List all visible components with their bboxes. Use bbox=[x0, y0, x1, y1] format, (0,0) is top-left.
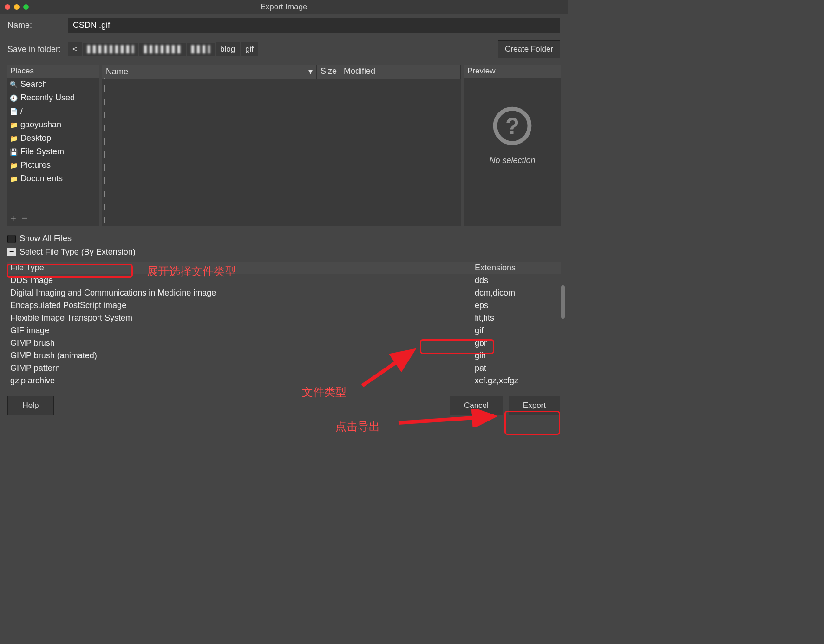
select-file-type-expander[interactable]: − Select File Type (By Extension) bbox=[7, 245, 560, 259]
file-type-ext[interactable]: dcm,dicom bbox=[471, 287, 561, 299]
titlebar: Export Image bbox=[0, 0, 568, 14]
window-title: Export Image bbox=[260, 2, 307, 12]
maximize-icon[interactable] bbox=[23, 4, 29, 10]
no-selection-label: No selection bbox=[489, 156, 535, 165]
file-type-ext[interactable]: eps bbox=[471, 299, 561, 312]
breadcrumb-item[interactable] bbox=[83, 43, 138, 56]
drive-icon: 💾 bbox=[9, 148, 18, 156]
places-panel: Places 🔍Search🕘Recently Used📄/📁gaoyushan… bbox=[7, 65, 99, 226]
file-type-row[interactable]: Digital Imaging and Communications in Me… bbox=[7, 287, 471, 299]
svg-text:?: ? bbox=[505, 113, 519, 139]
folder-icon: 📁 bbox=[9, 161, 18, 170]
places-item[interactable]: 📁gaoyushan bbox=[7, 118, 99, 131]
checkbox-icon bbox=[7, 235, 16, 243]
obscured-text bbox=[87, 45, 134, 53]
places-item[interactable]: 🕘Recently Used bbox=[7, 91, 99, 105]
file-type-ext[interactable]: gbr bbox=[471, 337, 561, 349]
places-item[interactable]: 📄/ bbox=[7, 105, 99, 118]
column-size[interactable]: Size bbox=[317, 65, 340, 79]
places-item[interactable]: 📁Desktop bbox=[7, 131, 99, 145]
remove-place-icon[interactable]: − bbox=[22, 212, 28, 224]
breadcrumb-item[interactable]: gif bbox=[241, 42, 258, 56]
file-type-ext[interactable]: pat bbox=[471, 362, 561, 375]
folder-icon: 📁 bbox=[9, 121, 18, 129]
close-icon[interactable] bbox=[5, 4, 10, 10]
cancel-button[interactable]: Cancel bbox=[450, 396, 503, 415]
file-icon: 📄 bbox=[9, 107, 18, 116]
file-type-table: File Type DDS imageDigital Imaging and C… bbox=[7, 262, 561, 389]
places-item[interactable]: 📁Documents bbox=[7, 172, 99, 185]
file-type-ext[interactable]: fit,fits bbox=[471, 312, 561, 324]
places-item[interactable]: 🔍Search bbox=[7, 78, 99, 91]
help-button[interactable]: Help bbox=[7, 396, 54, 415]
preview-header: Preview bbox=[464, 65, 561, 78]
collapse-icon: − bbox=[7, 248, 16, 256]
scrollbar[interactable] bbox=[561, 285, 565, 319]
file-type-row[interactable]: GIF image bbox=[7, 324, 471, 337]
question-icon: ? bbox=[492, 105, 533, 146]
obscured-text bbox=[144, 45, 181, 53]
column-file-type[interactable]: File Type bbox=[7, 262, 471, 274]
places-item[interactable]: 💾File System bbox=[7, 145, 99, 158]
filename-input[interactable] bbox=[68, 18, 560, 33]
places-header: Places bbox=[7, 65, 99, 78]
breadcrumb-item[interactable] bbox=[187, 43, 215, 56]
folder-label: Save in folder: bbox=[7, 45, 63, 54]
column-name[interactable]: Name ▾ bbox=[102, 65, 317, 79]
breadcrumb-item[interactable]: blog bbox=[216, 42, 240, 56]
folder-icon: 📁 bbox=[9, 175, 18, 183]
file-type-ext[interactable]: dds bbox=[471, 274, 561, 287]
breadcrumb-back[interactable]: < bbox=[68, 42, 82, 56]
minimize-icon[interactable] bbox=[14, 4, 20, 10]
show-all-files-option[interactable]: Show All Files bbox=[7, 232, 560, 245]
file-list-body[interactable] bbox=[104, 78, 454, 224]
add-place-icon[interactable]: + bbox=[10, 212, 16, 224]
file-type-row[interactable]: GIMP brush (animated) bbox=[7, 349, 471, 362]
obscured-text bbox=[191, 45, 210, 53]
file-type-ext[interactable]: gih bbox=[471, 349, 561, 362]
breadcrumb: < blog gif bbox=[68, 42, 258, 56]
folder-icon: 📁 bbox=[9, 134, 18, 143]
places-item[interactable]: 📁Pictures bbox=[7, 158, 99, 172]
recent-icon: 🕘 bbox=[9, 94, 18, 102]
file-type-row[interactable]: Encapsulated PostScript image bbox=[7, 299, 471, 312]
column-modified[interactable]: Modified bbox=[340, 65, 461, 79]
file-type-ext[interactable]: xcf.gz,xcfgz bbox=[471, 375, 561, 387]
search-icon: 🔍 bbox=[9, 80, 18, 89]
column-extensions[interactable]: Extensions bbox=[471, 262, 561, 274]
preview-panel: Preview ? No selection bbox=[464, 65, 561, 226]
file-type-row[interactable]: gzip archive bbox=[7, 375, 471, 387]
create-folder-button[interactable]: Create Folder bbox=[498, 40, 560, 58]
breadcrumb-item[interactable] bbox=[139, 43, 186, 56]
file-type-ext[interactable]: gif bbox=[471, 324, 561, 337]
file-type-row[interactable]: DDS image bbox=[7, 274, 471, 287]
file-type-row[interactable]: GIMP brush bbox=[7, 337, 471, 349]
file-type-row[interactable]: GIMP pattern bbox=[7, 362, 471, 375]
file-list-panel: Name ▾ Size Modified bbox=[102, 65, 461, 226]
file-type-row[interactable]: Flexible Image Transport System bbox=[7, 312, 471, 324]
export-button[interactable]: Export bbox=[509, 396, 560, 415]
name-label: Name: bbox=[7, 20, 63, 30]
sort-desc-icon: ▾ bbox=[308, 66, 313, 77]
